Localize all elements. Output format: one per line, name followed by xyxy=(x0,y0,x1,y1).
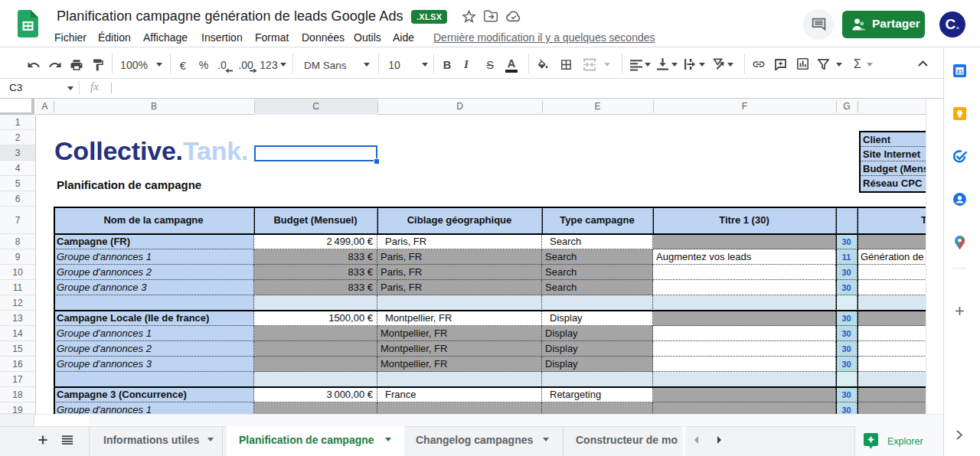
svg-text:31: 31 xyxy=(956,68,962,75)
